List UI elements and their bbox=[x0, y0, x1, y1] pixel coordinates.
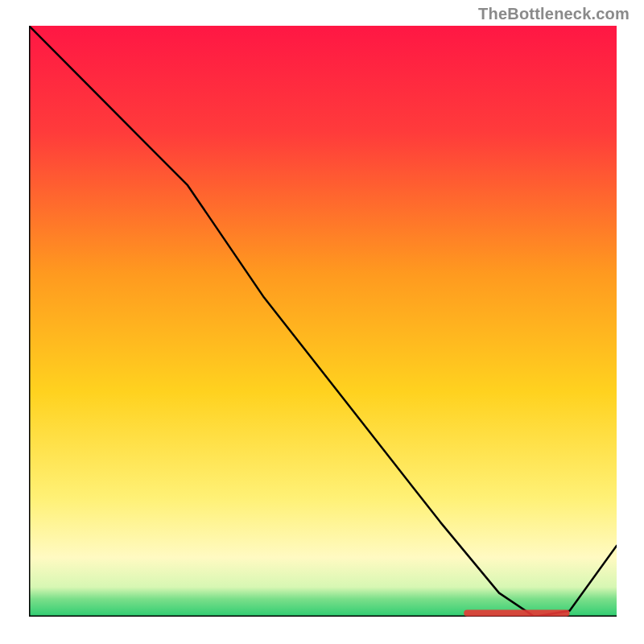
optimal-range-marker bbox=[464, 610, 569, 617]
plot-area bbox=[29, 26, 617, 617]
chart-svg bbox=[29, 26, 617, 617]
watermark-text: TheBottleneck.com bbox=[478, 5, 630, 23]
chart-container: TheBottleneck.com bbox=[0, 0, 644, 644]
